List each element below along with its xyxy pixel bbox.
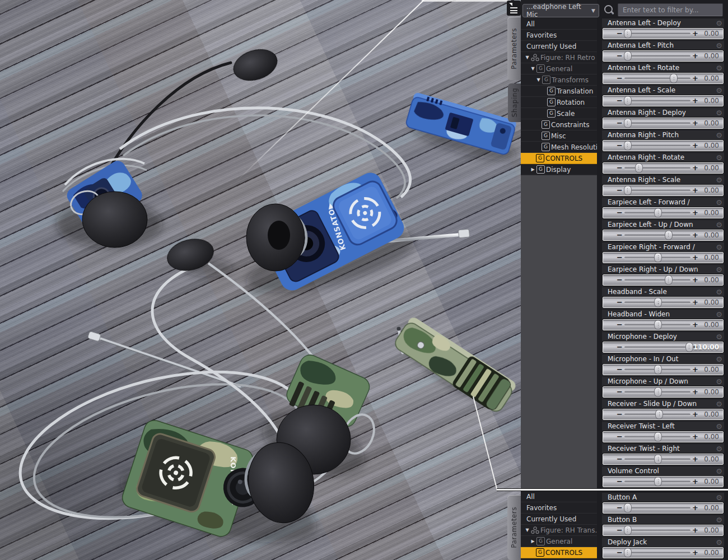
parameter-value[interactable]: 0.00 (704, 30, 719, 38)
slider-track[interactable] (624, 78, 690, 80)
parameter-slider[interactable]: − + 0.00 (603, 409, 724, 420)
parameter-slider[interactable]: − + 0.00 (603, 162, 724, 174)
gear-icon[interactable]: ⚙ (716, 86, 722, 95)
increment-button[interactable]: + (692, 321, 698, 328)
parameter-value[interactable]: 110.00 (693, 343, 719, 351)
expand-arrow-icon[interactable]: ▼ (524, 528, 530, 533)
parameter-value[interactable]: 0.00 (704, 433, 719, 441)
parameter-slider[interactable]: − + 0.00 (603, 364, 724, 375)
parameter-slider[interactable]: − + 0.00 (603, 297, 724, 308)
increment-button[interactable]: + (692, 388, 698, 395)
parameter-value[interactable]: 0.00 (704, 164, 719, 172)
parameter-value[interactable]: 0.00 (704, 549, 719, 557)
decrement-button[interactable]: − (617, 410, 623, 418)
decrement-button[interactable]: − (617, 209, 623, 216)
pane-options-icon[interactable] (507, 1, 521, 16)
slider-thumb[interactable] (654, 365, 662, 375)
parameter-slider[interactable]: − + 0.00 (603, 502, 724, 514)
decrement-button[interactable]: − (617, 298, 623, 306)
decrement-button[interactable]: − (617, 526, 623, 534)
slider-track[interactable] (624, 190, 690, 192)
gear-icon[interactable]: ⚙ (716, 399, 722, 409)
parameter-slider[interactable]: − + 110.00 (603, 342, 724, 353)
increment-button[interactable]: + (692, 504, 698, 511)
parameter-slider[interactable]: − + 0.00 (603, 50, 724, 62)
tree-item[interactable]: G Mesh Resolution (521, 142, 597, 153)
slider-thumb[interactable] (655, 410, 663, 419)
parameter-slider[interactable]: − + 0.00 (603, 185, 724, 196)
parameter-value[interactable]: 0.00 (704, 52, 719, 60)
parameter-value[interactable]: 0.00 (704, 478, 719, 486)
increment-button[interactable]: + (692, 433, 698, 440)
parameter-value[interactable]: 0.00 (704, 97, 719, 105)
slider-track[interactable] (624, 55, 690, 57)
parameter-slider[interactable]: − + 0.00 (603, 118, 724, 129)
slider-track[interactable] (624, 347, 690, 348)
decrement-button[interactable]: − (617, 478, 623, 485)
tree-item[interactable]: ▼ Figure: RH Trans... (521, 525, 597, 536)
gear-icon[interactable]: ⚙ (716, 108, 722, 118)
increment-button[interactable]: + (692, 549, 698, 556)
parameter-value[interactable]: 0.00 (704, 209, 719, 217)
slider-track[interactable] (624, 123, 690, 124)
decrement-button[interactable]: − (617, 164, 623, 171)
slider-thumb[interactable] (665, 276, 673, 285)
parameter-value[interactable]: 0.00 (704, 321, 719, 329)
tab-shaping[interactable]: Shaping (508, 83, 521, 122)
tree-item[interactable]: Currently Used (521, 41, 597, 52)
gear-icon[interactable]: ⚙ (716, 377, 722, 386)
pane-splitter[interactable] (497, 488, 728, 491)
parameter-slider[interactable]: − + 0.00 (603, 319, 724, 330)
gear-icon[interactable]: ⚙ (716, 153, 722, 162)
parameter-value[interactable]: 0.00 (704, 526, 719, 534)
preset-dropdown[interactable]: ...eadphone Left Mic ▼ (522, 4, 599, 17)
increment-button[interactable]: + (692, 52, 698, 59)
increment-button[interactable]: + (692, 276, 698, 283)
tab-parameters[interactable]: Parameters (507, 17, 521, 80)
tree-item[interactable]: Favorites (521, 502, 597, 514)
tab-parameters-bottom[interactable]: Parameters (507, 495, 521, 560)
slider-thumb[interactable] (624, 141, 632, 151)
slider-track[interactable] (624, 279, 690, 281)
increment-button[interactable]: + (692, 366, 698, 373)
tree-item[interactable]: G Translation (521, 86, 597, 97)
parameter-slider[interactable]: − + 0.00 (603, 73, 724, 84)
slider-track[interactable] (624, 100, 690, 102)
expand-arrow-icon[interactable]: ▼ (524, 55, 530, 60)
gear-icon[interactable]: ⚙ (716, 18, 722, 28)
parameter-value[interactable]: 0.00 (704, 366, 719, 374)
slider-track[interactable] (624, 33, 690, 35)
decrement-button[interactable]: − (617, 388, 623, 395)
decrement-button[interactable]: − (617, 549, 623, 556)
expand-arrow-icon[interactable]: ▼ (535, 77, 542, 82)
slider-thumb[interactable] (654, 432, 662, 442)
expand-arrow-icon[interactable]: ▶ (530, 167, 536, 172)
parameter-value[interactable]: 0.00 (704, 455, 719, 463)
filter-input[interactable] (618, 3, 723, 16)
tree-item[interactable]: G Scale (521, 108, 597, 119)
increment-button[interactable]: + (692, 298, 698, 306)
increment-button[interactable]: + (692, 209, 698, 216)
parameter-slider[interactable]: − + 0.00 (603, 274, 724, 286)
tree-item[interactable]: All (521, 18, 597, 30)
increment-button[interactable]: + (692, 142, 698, 149)
slider-thumb[interactable] (654, 208, 662, 218)
decrement-button[interactable]: − (617, 366, 623, 373)
increment-button[interactable]: + (692, 478, 698, 485)
slider-thumb[interactable] (624, 96, 632, 106)
parameter-slider[interactable]: − + 0.00 (603, 252, 724, 263)
slider-thumb[interactable] (635, 164, 643, 173)
decrement-button[interactable]: − (617, 254, 623, 261)
slider-track[interactable] (624, 167, 690, 169)
increment-button[interactable]: + (692, 254, 698, 261)
decrement-button[interactable]: − (617, 455, 623, 463)
decrement-button[interactable]: − (617, 142, 623, 149)
tree-item[interactable]: G Rotation (521, 97, 597, 108)
gear-icon[interactable]: ⚙ (716, 242, 722, 252)
parameter-value[interactable]: 0.00 (704, 298, 719, 306)
gear-icon[interactable]: ⚙ (716, 466, 722, 476)
decrement-button[interactable]: − (617, 52, 623, 59)
parameter-value[interactable]: 0.00 (704, 74, 719, 82)
parameter-slider[interactable]: − + 0.00 (603, 476, 724, 487)
parameter-value[interactable]: 0.00 (704, 119, 719, 127)
